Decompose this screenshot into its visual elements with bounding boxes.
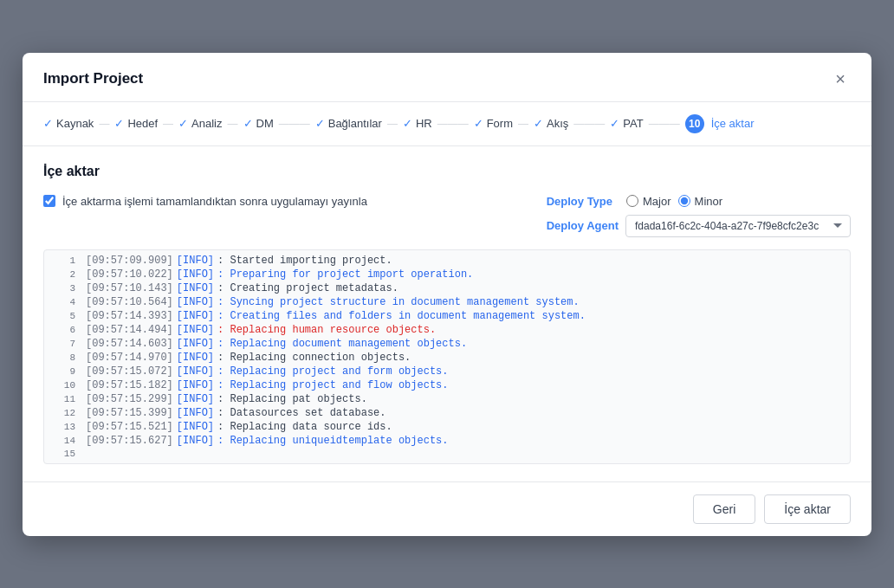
log-line-time: [09:57:10.564] bbox=[86, 296, 173, 308]
log-line: 14[09:57:15.627] [INFO] : Replacing uniq… bbox=[44, 434, 850, 448]
radio-major[interactable] bbox=[626, 195, 638, 207]
section-title: İçe aktar bbox=[43, 164, 851, 179]
modal-header: Import Project × bbox=[23, 53, 871, 102]
log-line-time: [09:57:15.072] bbox=[86, 365, 173, 378]
step-check-4: ✓ bbox=[243, 117, 253, 130]
log-line-num: 1 bbox=[51, 255, 75, 266]
step-pat: ✓ PAT bbox=[610, 117, 643, 130]
step-dash-3: — bbox=[228, 118, 238, 130]
log-line-time: [09:57:14.970] bbox=[86, 352, 173, 364]
log-line-num: 13 bbox=[51, 422, 75, 432]
step-label-5: Bağlantılar bbox=[328, 117, 382, 130]
log-line: 6[09:57:14.494] [INFO] : Replacing human… bbox=[44, 323, 850, 337]
log-line-level: [INFO] bbox=[177, 407, 214, 419]
log-line-time: [09:57:15.299] bbox=[86, 393, 173, 405]
log-line-level: [INFO] bbox=[177, 352, 214, 364]
log-line-num: 3 bbox=[51, 283, 75, 294]
log-line-num: 10 bbox=[51, 380, 75, 391]
log-line-text: : Replacing data source ids. bbox=[217, 421, 392, 433]
log-line-text: : Datasources set database. bbox=[217, 407, 385, 419]
step-kaynak: ✓ Kaynak bbox=[43, 117, 94, 130]
log-line-text: : Replacing project and flow objects. bbox=[217, 379, 448, 391]
log-line-num: 6 bbox=[51, 325, 75, 335]
log-line: 4[09:57:10.564] [INFO] : Syncing project… bbox=[44, 295, 850, 309]
log-line-text: : Replacing pat objects. bbox=[217, 393, 367, 405]
step-label-4: DM bbox=[256, 117, 274, 130]
step-dm: ✓ DM bbox=[243, 117, 274, 130]
step-label-7: Form bbox=[487, 117, 513, 130]
log-line-time: [09:57:15.521] bbox=[86, 421, 173, 433]
step-akis: ✓ Akış bbox=[534, 117, 568, 130]
step-check-9: ✓ bbox=[610, 117, 619, 130]
step-label-3: Analiz bbox=[191, 117, 222, 130]
step-dash-4: ——— bbox=[279, 118, 310, 130]
log-line-time: [09:57:15.627] bbox=[86, 435, 173, 447]
log-line-num: 9 bbox=[51, 366, 75, 377]
import-project-modal: Import Project × ✓ Kaynak — ✓ Hedef — ✓ … bbox=[23, 53, 871, 536]
log-line-level: [INFO] bbox=[177, 338, 214, 350]
step-dash-2: — bbox=[163, 118, 173, 130]
step-check-2: ✓ bbox=[114, 117, 124, 130]
log-line-time: [09:57:10.143] bbox=[86, 282, 173, 294]
log-line-text: : Replacing document management objects. bbox=[217, 338, 467, 350]
log-line: 11[09:57:15.299] [INFO] : Replacing pat … bbox=[44, 392, 850, 406]
modal-body: İçe aktar İçe aktarma işlemi tamamlandık… bbox=[23, 146, 871, 481]
import-button[interactable]: İçe aktar bbox=[764, 494, 851, 524]
log-line-time: [09:57:10.022] bbox=[86, 268, 173, 281]
step-check-3: ✓ bbox=[178, 117, 188, 130]
radio-major-label[interactable]: Major bbox=[626, 195, 671, 208]
step-check-5: ✓ bbox=[315, 117, 325, 130]
log-line: 9[09:57:15.072] [INFO] : Replacing proje… bbox=[44, 365, 850, 378]
log-line-num: 5 bbox=[51, 311, 75, 321]
log-line-num: 14 bbox=[51, 436, 75, 446]
log-line-text: : Replacing project and form objects. bbox=[217, 365, 448, 378]
log-panel: 1[09:57:09.909] [INFO] : Started importi… bbox=[43, 249, 851, 464]
radio-minor[interactable] bbox=[678, 195, 690, 207]
step-check-6: ✓ bbox=[403, 117, 412, 130]
log-line-num: 11 bbox=[51, 394, 75, 404]
stepper-bar: ✓ Kaynak — ✓ Hedef — ✓ Analiz — ✓ DM ——— bbox=[23, 102, 871, 146]
log-line: 8[09:57:14.970] [INFO] : Replacing conne… bbox=[44, 351, 850, 365]
step-active: 10 İçe aktar bbox=[685, 114, 755, 133]
back-button[interactable]: Geri bbox=[693, 494, 755, 524]
publish-checkbox[interactable] bbox=[43, 195, 55, 207]
step-check-7: ✓ bbox=[474, 117, 483, 130]
log-line: 15 bbox=[44, 448, 850, 460]
step-label-8: Akış bbox=[547, 117, 568, 130]
step-active-label: İçe aktar bbox=[711, 117, 755, 130]
log-line: 13[09:57:15.521] [INFO] : Replacing data… bbox=[44, 420, 850, 434]
close-button[interactable]: × bbox=[830, 68, 851, 89]
step-label-6: HR bbox=[416, 117, 432, 130]
step-dash-8: ——— bbox=[573, 118, 605, 130]
publish-label[interactable]: İçe aktarma işlemi tamamlandıktan sonra … bbox=[62, 195, 367, 208]
log-line-level: [INFO] bbox=[177, 255, 214, 267]
step-dash-6: ——— bbox=[437, 118, 469, 130]
log-line-text: : Replacing connection objects. bbox=[217, 352, 411, 364]
log-line-level: [INFO] bbox=[177, 324, 214, 336]
step-check-1: ✓ bbox=[43, 117, 53, 130]
log-line: 2[09:57:10.022] [INFO] : Preparing for p… bbox=[44, 268, 850, 281]
log-line: 12[09:57:15.399] [INFO] : Datasources se… bbox=[44, 406, 850, 420]
log-line-level: [INFO] bbox=[177, 435, 214, 447]
deploy-agent-select[interactable]: fdada16f-6c2c-404a-a27c-7f9e8cfc2e3c bbox=[625, 215, 851, 237]
log-line-level: [INFO] bbox=[177, 379, 214, 391]
step-label-2: Hedef bbox=[127, 117, 158, 130]
log-line-level: [INFO] bbox=[177, 393, 214, 405]
log-line-num: 4 bbox=[51, 297, 75, 307]
log-line-num: 7 bbox=[51, 339, 75, 349]
step-form: ✓ Form bbox=[474, 117, 513, 130]
log-line-time: [09:57:14.393] bbox=[86, 310, 173, 322]
log-line-time: [09:57:15.399] bbox=[86, 407, 173, 419]
step-dash-7: — bbox=[518, 118, 528, 130]
log-line-text: : Syncing project structure in document … bbox=[217, 296, 580, 308]
deploy-type-label: Deploy Type bbox=[547, 195, 612, 208]
log-line-text: : Replacing uniqueidtemplate objects. bbox=[217, 435, 448, 447]
log-line-level: [INFO] bbox=[177, 268, 214, 281]
step-dash-5: — bbox=[387, 118, 398, 130]
log-line-time: [09:57:09.909] bbox=[86, 255, 173, 267]
log-line-num: 15 bbox=[51, 449, 75, 459]
step-check-8: ✓ bbox=[534, 117, 543, 130]
radio-minor-label[interactable]: Minor bbox=[678, 195, 723, 208]
modal-footer: Geri İçe aktar bbox=[23, 481, 871, 536]
log-line-level: [INFO] bbox=[177, 296, 214, 308]
